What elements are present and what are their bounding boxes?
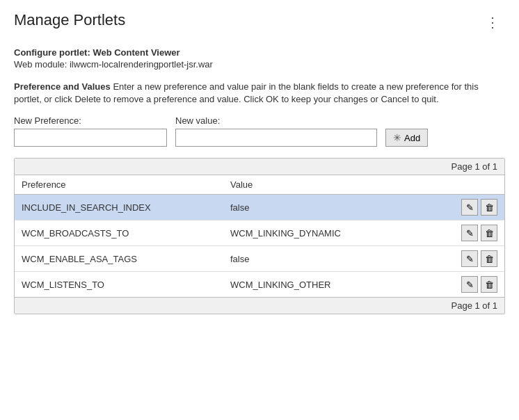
edit-button[interactable]: ✎ — [461, 250, 478, 267]
add-asterisk-icon: ✳ — [393, 132, 401, 143]
table-row[interactable]: WCM_BROADCASTS_TOWCM_LINKING_DYNAMIC✎🗑 — [15, 220, 504, 246]
page-container: Manage Portlets ⋮ Configure portlet: Web… — [0, 0, 519, 325]
edit-button[interactable]: ✎ — [461, 276, 478, 293]
preferences-section: Preference and Values Enter a new prefer… — [14, 81, 505, 147]
add-button-label: Add — [404, 133, 420, 143]
delete-button[interactable]: 🗑 — [481, 199, 497, 216]
new-value-label: New value: — [175, 115, 377, 126]
cell-actions: ✎🗑 — [376, 220, 504, 246]
pagination-top: Page 1 of 1 — [15, 159, 504, 175]
context-menu-icon[interactable]: ⋮ — [480, 11, 505, 33]
cell-preference: INCLUDE_IN_SEARCH_INDEX — [15, 195, 223, 220]
config-section: Configure portlet: Web Content Viewer We… — [14, 47, 505, 70]
table-row[interactable]: WCM_LISTENS_TOWCM_LINKING_OTHER✎🗑 — [15, 272, 504, 298]
module-value: ilwwcm-localrenderingportlet-jsr.war — [70, 59, 213, 70]
cell-preference: WCM_LISTENS_TO — [15, 272, 223, 298]
module-label: Web module: — [14, 59, 67, 70]
pagination-bottom: Page 1 of 1 — [15, 297, 504, 314]
pref-title: Preference and Values — [14, 81, 111, 92]
cell-value: false — [223, 246, 376, 272]
cell-preference: WCM_ENABLE_ASA_TAGS — [15, 246, 223, 272]
cell-value: WCM_LINKING_DYNAMIC — [223, 220, 376, 246]
config-module-value: Web module: ilwwcm-localrenderingportlet… — [14, 59, 505, 70]
new-value-group: New value: — [175, 115, 377, 147]
cell-actions: ✎🗑 — [376, 246, 504, 272]
new-preference-input[interactable] — [14, 129, 167, 147]
table-row[interactable]: WCM_ENABLE_ASA_TAGSfalse✎🗑 — [15, 246, 504, 272]
pref-description: Preference and Values Enter a new prefer… — [14, 81, 505, 106]
delete-button[interactable]: 🗑 — [481, 276, 497, 293]
col-header-value: Value — [223, 175, 376, 195]
header-row: Manage Portlets ⋮ — [14, 11, 505, 33]
table-row[interactable]: INCLUDE_IN_SEARCH_INDEXfalse✎🗑 — [15, 195, 504, 220]
col-header-actions — [376, 175, 504, 195]
new-value-input[interactable] — [175, 129, 377, 147]
delete-button[interactable]: 🗑 — [481, 225, 497, 241]
cell-preference: WCM_BROADCASTS_TO — [15, 220, 223, 246]
preferences-table: Preference Value INCLUDE_IN_SEARCH_INDEX… — [15, 175, 504, 297]
preferences-table-container: Page 1 of 1 Preference Value INCLUDE_IN_… — [14, 158, 505, 314]
edit-button[interactable]: ✎ — [461, 225, 478, 241]
cell-actions: ✎🗑 — [376, 272, 504, 298]
config-portlet-label: Configure portlet: Web Content Viewer — [14, 47, 505, 58]
cell-actions: ✎🗑 — [376, 195, 504, 220]
input-row: New Preference: New value: ✳ Add — [14, 115, 505, 147]
cell-value: false — [223, 195, 376, 220]
edit-button[interactable]: ✎ — [461, 199, 478, 216]
delete-button[interactable]: 🗑 — [481, 250, 497, 267]
col-header-preference: Preference — [15, 175, 223, 195]
new-preference-group: New Preference: — [14, 115, 167, 147]
add-button[interactable]: ✳ Add — [385, 129, 428, 147]
new-preference-label: New Preference: — [14, 115, 167, 126]
cell-value: WCM_LINKING_OTHER — [223, 272, 376, 298]
page-title: Manage Portlets — [14, 11, 125, 29]
table-header-row: Preference Value — [15, 175, 504, 195]
